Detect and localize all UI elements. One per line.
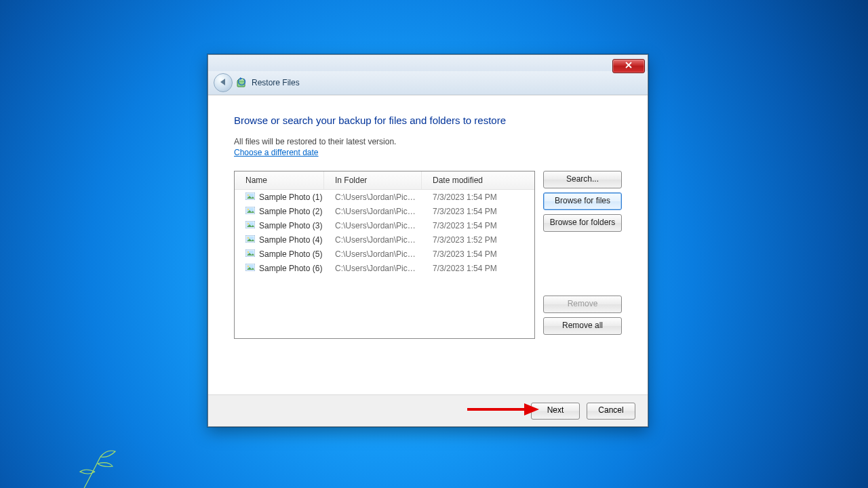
cell-name: Sample Photo (4): [235, 235, 324, 245]
picture-icon: [245, 264, 255, 273]
titlebar-top[interactable]: [208, 55, 648, 71]
browse-files-button[interactable]: Browse for files: [543, 192, 622, 210]
table-row[interactable]: Sample Photo (2)C:\Users\Jordan\Pictur..…: [235, 204, 534, 218]
cell-folder: C:\Users\Jordan\Pictur...: [324, 249, 422, 259]
col-folder[interactable]: In Folder: [324, 171, 422, 189]
page-heading: Browse or search your backup for files a…: [234, 115, 622, 126]
table-row[interactable]: Sample Photo (1)C:\Users\Jordan\Pictur..…: [235, 190, 534, 204]
picture-icon: [245, 207, 255, 216]
remove-all-button[interactable]: Remove all: [543, 317, 622, 335]
cell-folder: C:\Users\Jordan\Pictur...: [324, 264, 422, 273]
footer-bar: Next Cancel: [208, 394, 648, 426]
svg-point-9: [248, 222, 249, 224]
side-buttons: Search... Browse for files Browse for fo…: [543, 171, 622, 339]
cell-date: 7/3/2023 1:54 PM: [422, 207, 534, 216]
version-note: All files will be restored to their late…: [234, 137, 622, 146]
svg-point-18: [248, 265, 249, 266]
cell-date: 7/3/2023 1:54 PM: [422, 264, 534, 273]
svg-point-6: [248, 208, 249, 209]
svg-point-15: [248, 251, 249, 252]
cell-name: Sample Photo (1): [235, 192, 324, 202]
titlebar[interactable]: Restore Files: [208, 71, 648, 95]
table-row[interactable]: Sample Photo (4)C:\Users\Jordan\Pictur..…: [235, 232, 534, 247]
cell-name: Sample Photo (3): [235, 221, 324, 230]
back-button[interactable]: [214, 73, 233, 92]
cell-date: 7/3/2023 1:54 PM: [422, 221, 534, 230]
svg-point-3: [248, 194, 249, 195]
table-row[interactable]: Sample Photo (6)C:\Users\Jordan\Pictur..…: [235, 261, 534, 275]
col-name[interactable]: Name: [235, 171, 324, 189]
restore-icon: [237, 77, 248, 88]
desktop-wallpaper: Restore Files Browse or search your back…: [0, 0, 868, 488]
remove-button[interactable]: Remove: [543, 296, 622, 313]
column-headers[interactable]: Name In Folder Date modified: [235, 171, 534, 190]
file-name: Sample Photo (2): [259, 207, 322, 216]
cell-folder: C:\Users\Jordan\Pictur...: [324, 235, 422, 245]
picture-icon: [245, 249, 255, 259]
col-date[interactable]: Date modified: [422, 171, 534, 189]
picture-icon: [245, 235, 255, 245]
picture-icon: [245, 192, 255, 202]
cell-folder: C:\Users\Jordan\Pictur...: [324, 207, 422, 216]
picture-icon: [245, 221, 255, 230]
cell-folder: C:\Users\Jordan\Pictur...: [324, 221, 422, 230]
content-area: Browse or search your backup for files a…: [208, 96, 648, 380]
file-name: Sample Photo (5): [259, 249, 322, 259]
cell-date: 7/3/2023 1:54 PM: [422, 249, 534, 259]
svg-point-12: [248, 237, 249, 238]
cell-folder: C:\Users\Jordan\Pictur...: [324, 192, 422, 202]
restore-files-window: Restore Files Browse or search your back…: [208, 54, 648, 427]
file-name: Sample Photo (3): [259, 221, 322, 230]
close-button[interactable]: [612, 59, 645, 73]
choose-different-date-link[interactable]: Choose a different date: [234, 148, 319, 157]
table-row[interactable]: Sample Photo (5)C:\Users\Jordan\Pictur..…: [235, 247, 534, 261]
cell-name: Sample Photo (6): [235, 264, 324, 273]
file-name: Sample Photo (4): [259, 235, 322, 245]
cancel-button[interactable]: Cancel: [587, 403, 635, 420]
file-name: Sample Photo (1): [259, 192, 322, 202]
next-button[interactable]: Next: [531, 403, 580, 420]
spacer: [543, 236, 622, 291]
cell-date: 7/3/2023 1:52 PM: [422, 235, 534, 245]
table-row[interactable]: Sample Photo (3)C:\Users\Jordan\Pictur..…: [235, 218, 534, 232]
cell-name: Sample Photo (2): [235, 207, 324, 216]
file-name: Sample Photo (6): [259, 264, 322, 273]
files-list[interactable]: Name In Folder Date modified Sample Phot…: [234, 171, 535, 339]
decoration-leaf: [68, 434, 149, 488]
cell-name: Sample Photo (5): [235, 249, 324, 259]
search-button[interactable]: Search...: [543, 171, 622, 188]
browse-folders-button[interactable]: Browse for folders: [543, 214, 622, 232]
cell-date: 7/3/2023 1:54 PM: [422, 192, 534, 202]
window-title: Restore Files: [252, 78, 300, 87]
